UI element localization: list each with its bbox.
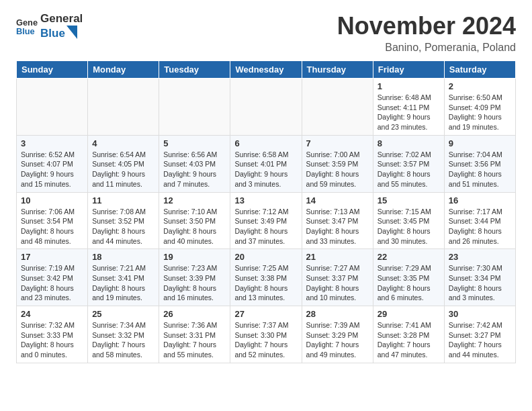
day-detail: Sunrise: 7:19 AM Sunset: 3:42 PM Dayligh… (21, 263, 83, 303)
calendar-cell: 13Sunrise: 7:12 AM Sunset: 3:49 PM Dayli… (230, 192, 302, 249)
day-detail: Sunrise: 7:00 AM Sunset: 3:59 PM Dayligh… (306, 150, 369, 189)
calendar-cell: 25Sunrise: 7:34 AM Sunset: 3:32 PM Dayli… (88, 306, 159, 363)
day-number: 22 (378, 252, 440, 262)
day-number: 26 (163, 309, 226, 319)
day-number: 7 (306, 138, 369, 148)
day-number: 3 (21, 138, 83, 148)
day-detail: Sunrise: 7:32 AM Sunset: 3:33 PM Dayligh… (21, 320, 83, 360)
calendar-week-3: 10Sunrise: 7:06 AM Sunset: 3:54 PM Dayli… (17, 192, 516, 249)
calendar-cell: 11Sunrise: 7:08 AM Sunset: 3:52 PM Dayli… (88, 192, 159, 249)
calendar-body: 1Sunrise: 6:48 AM Sunset: 4:11 PM Daylig… (17, 79, 516, 363)
day-number: 21 (306, 252, 369, 262)
header-cell-saturday: Saturday (444, 61, 515, 79)
calendar-cell: 3Sunrise: 6:52 AM Sunset: 4:07 PM Daylig… (17, 135, 88, 192)
day-number: 6 (234, 138, 297, 148)
day-detail: Sunrise: 6:48 AM Sunset: 4:11 PM Dayligh… (378, 93, 440, 132)
day-number: 15 (378, 195, 440, 205)
calendar-week-1: 1Sunrise: 6:48 AM Sunset: 4:11 PM Daylig… (17, 79, 516, 136)
calendar-cell: 7Sunrise: 7:00 AM Sunset: 3:59 PM Daylig… (302, 135, 373, 192)
calendar-cell: 28Sunrise: 7:39 AM Sunset: 3:29 PM Dayli… (302, 306, 373, 363)
calendar-cell: 10Sunrise: 7:06 AM Sunset: 3:54 PM Dayli… (17, 192, 88, 249)
day-number: 13 (234, 195, 297, 205)
day-number: 23 (449, 252, 511, 262)
calendar-cell: 12Sunrise: 7:10 AM Sunset: 3:50 PM Dayli… (159, 192, 230, 249)
calendar-week-2: 3Sunrise: 6:52 AM Sunset: 4:07 PM Daylig… (17, 135, 516, 192)
day-number: 4 (92, 138, 154, 148)
day-detail: Sunrise: 6:58 AM Sunset: 4:01 PM Dayligh… (234, 150, 297, 189)
calendar-week-4: 17Sunrise: 7:19 AM Sunset: 3:42 PM Dayli… (17, 249, 516, 306)
day-detail: Sunrise: 7:04 AM Sunset: 3:56 PM Dayligh… (449, 150, 511, 189)
calendar-wrap: SundayMondayTuesdayWednesdayThursdayFrid… (0, 60, 532, 371)
day-number: 24 (21, 309, 83, 319)
calendar-cell: 1Sunrise: 6:48 AM Sunset: 4:11 PM Daylig… (373, 79, 444, 136)
day-number: 1 (378, 81, 440, 91)
day-detail: Sunrise: 7:17 AM Sunset: 3:44 PM Dayligh… (449, 207, 511, 246)
svg-marker-3 (66, 26, 77, 39)
day-detail: Sunrise: 7:02 AM Sunset: 3:57 PM Dayligh… (378, 150, 440, 189)
day-number: 30 (449, 309, 511, 319)
day-number: 8 (378, 138, 440, 148)
header-row: SundayMondayTuesdayWednesdayThursdayFrid… (17, 61, 516, 79)
day-detail: Sunrise: 7:23 AM Sunset: 3:39 PM Dayligh… (163, 263, 226, 303)
calendar-cell: 23Sunrise: 7:30 AM Sunset: 3:34 PM Dayli… (444, 249, 515, 306)
day-detail: Sunrise: 7:39 AM Sunset: 3:29 PM Dayligh… (306, 320, 369, 360)
logo-blue: Blue (40, 27, 65, 40)
day-detail: Sunrise: 7:41 AM Sunset: 3:28 PM Dayligh… (378, 320, 440, 360)
day-detail: Sunrise: 7:30 AM Sunset: 3:34 PM Dayligh… (449, 263, 511, 303)
day-detail: Sunrise: 7:27 AM Sunset: 3:37 PM Dayligh… (306, 263, 369, 303)
day-number: 2 (449, 81, 511, 91)
calendar-cell: 16Sunrise: 7:17 AM Sunset: 3:44 PM Dayli… (444, 192, 515, 249)
title-block: November 2024 Banino, Pomerania, Poland (337, 12, 516, 54)
header-cell-wednesday: Wednesday (230, 61, 302, 79)
calendar-cell: 24Sunrise: 7:32 AM Sunset: 3:33 PM Dayli… (17, 306, 88, 363)
day-detail: Sunrise: 7:34 AM Sunset: 3:32 PM Dayligh… (92, 320, 154, 360)
calendar-cell: 22Sunrise: 7:29 AM Sunset: 3:35 PM Dayli… (373, 249, 444, 306)
day-detail: Sunrise: 7:21 AM Sunset: 3:41 PM Dayligh… (92, 263, 154, 303)
day-number: 25 (92, 309, 154, 319)
location: Banino, Pomerania, Poland (337, 42, 516, 54)
calendar-cell: 20Sunrise: 7:25 AM Sunset: 3:38 PM Dayli… (230, 249, 302, 306)
header: General Blue General Blue November 2024 … (0, 0, 532, 60)
calendar-cell: 17Sunrise: 7:19 AM Sunset: 3:42 PM Dayli… (17, 249, 88, 306)
calendar-cell (17, 79, 88, 136)
day-detail: Sunrise: 7:13 AM Sunset: 3:47 PM Dayligh… (306, 207, 369, 246)
calendar-cell (230, 79, 302, 136)
day-number: 28 (306, 309, 369, 319)
calendar-cell: 8Sunrise: 7:02 AM Sunset: 3:57 PM Daylig… (373, 135, 444, 192)
logo: General Blue General Blue (16, 12, 83, 42)
day-detail: Sunrise: 6:56 AM Sunset: 4:03 PM Dayligh… (163, 150, 226, 189)
day-detail: Sunrise: 7:10 AM Sunset: 3:50 PM Dayligh… (163, 207, 226, 246)
header-cell-tuesday: Tuesday (159, 61, 230, 79)
day-detail: Sunrise: 7:37 AM Sunset: 3:30 PM Dayligh… (234, 320, 297, 360)
svg-text:Blue: Blue (16, 26, 35, 36)
day-number: 10 (21, 195, 83, 205)
day-number: 18 (92, 252, 154, 262)
calendar-cell (88, 79, 159, 136)
day-detail: Sunrise: 7:12 AM Sunset: 3:49 PM Dayligh… (234, 207, 297, 246)
calendar-cell: 18Sunrise: 7:21 AM Sunset: 3:41 PM Dayli… (88, 249, 159, 306)
day-number: 27 (234, 309, 297, 319)
day-detail: Sunrise: 7:29 AM Sunset: 3:35 PM Dayligh… (378, 263, 440, 303)
day-detail: Sunrise: 7:15 AM Sunset: 3:45 PM Dayligh… (378, 207, 440, 246)
calendar-cell: 2Sunrise: 6:50 AM Sunset: 4:09 PM Daylig… (444, 79, 515, 136)
calendar-cell: 29Sunrise: 7:41 AM Sunset: 3:28 PM Dayli… (373, 306, 444, 363)
calendar-cell: 26Sunrise: 7:36 AM Sunset: 3:31 PM Dayli… (159, 306, 230, 363)
day-number: 9 (449, 138, 511, 148)
header-cell-thursday: Thursday (302, 61, 373, 79)
day-number: 16 (449, 195, 511, 205)
day-number: 17 (21, 252, 83, 262)
day-number: 5 (163, 138, 226, 148)
day-detail: Sunrise: 6:54 AM Sunset: 4:05 PM Dayligh… (92, 150, 154, 189)
month-title: November 2024 (337, 12, 516, 40)
calendar-cell: 15Sunrise: 7:15 AM Sunset: 3:45 PM Dayli… (373, 192, 444, 249)
calendar-cell: 30Sunrise: 7:42 AM Sunset: 3:27 PM Dayli… (444, 306, 515, 363)
day-number: 29 (378, 309, 440, 319)
day-number: 11 (92, 195, 154, 205)
day-number: 20 (234, 252, 297, 262)
day-detail: Sunrise: 7:08 AM Sunset: 3:52 PM Dayligh… (92, 207, 154, 246)
calendar-table: SundayMondayTuesdayWednesdayThursdayFrid… (16, 60, 516, 363)
header-cell-friday: Friday (373, 61, 444, 79)
logo-general: General (40, 12, 83, 26)
calendar-cell: 4Sunrise: 6:54 AM Sunset: 4:05 PM Daylig… (88, 135, 159, 192)
logo-icon: General Blue (16, 16, 38, 38)
